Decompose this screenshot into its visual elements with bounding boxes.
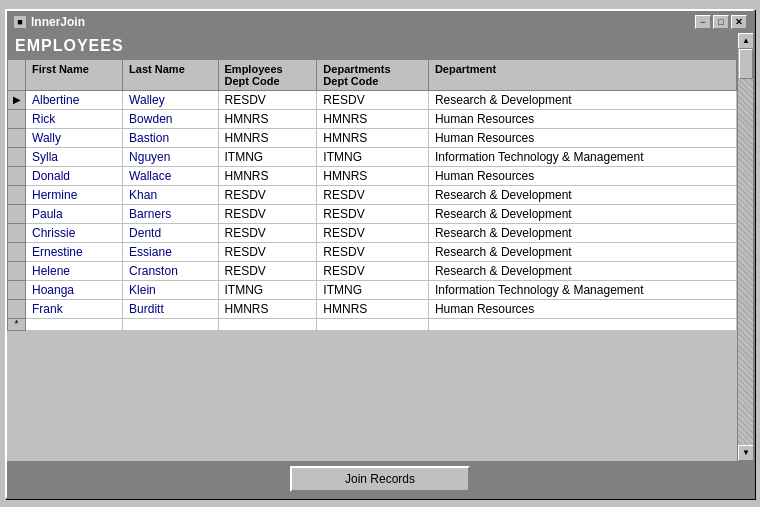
cell-first-name: Hoanga	[26, 280, 123, 299]
join-records-button[interactable]: Join Records	[290, 466, 470, 492]
cell-department: Research & Development	[428, 90, 736, 109]
row-selector-cell[interactable]	[8, 223, 26, 242]
cell-dep-dept-code: RESDV	[317, 223, 429, 242]
cell-dep-dept-code: RESDV	[317, 261, 429, 280]
cell-last-name: Bastion	[123, 128, 218, 147]
cell-emp-dept-code: RESDV	[218, 242, 317, 261]
scroll-up-button[interactable]: ▲	[738, 33, 753, 49]
row-selector-cell[interactable]	[8, 280, 26, 299]
cell-dep-dept-code: RESDV	[317, 90, 429, 109]
cell-emp-dept-code: HMNRS	[218, 299, 317, 318]
column-header-row: First Name Last Name EmployeesDept Code …	[8, 59, 737, 90]
minimize-button[interactable]: −	[695, 15, 711, 29]
cell-last-name: Klein	[123, 280, 218, 299]
cell-last-name: Nguyen	[123, 147, 218, 166]
cell-last-name: Burditt	[123, 299, 218, 318]
row-selector-cell[interactable]: ▶	[8, 90, 26, 109]
table-row[interactable]: HeleneCranstonRESDVRESDVResearch & Devel…	[8, 261, 737, 280]
table-row[interactable]: ▶AlbertineWalleyRESDVRESDVResearch & Dev…	[8, 90, 737, 109]
table-row[interactable]: DonaldWallaceHMNRSHMNRSHuman Resources	[8, 166, 737, 185]
cell-department: Research & Development	[428, 223, 736, 242]
bottom-bar: Join Records	[7, 461, 753, 497]
new-row-cell[interactable]	[317, 318, 429, 330]
table-row[interactable]: HermineKhanRESDVRESDVResearch & Developm…	[8, 185, 737, 204]
row-selector-cell[interactable]	[8, 242, 26, 261]
employees-table: First Name Last Name EmployeesDept Code …	[7, 59, 737, 331]
row-selector-cell[interactable]	[8, 109, 26, 128]
cell-first-name: Sylla	[26, 147, 123, 166]
cell-last-name: Khan	[123, 185, 218, 204]
scroll-thumb[interactable]	[739, 49, 753, 79]
cell-dep-dept-code: HMNRS	[317, 166, 429, 185]
table-row[interactable]: WallyBastionHMNRSHMNRSHuman Resources	[8, 128, 737, 147]
cell-last-name: Essiane	[123, 242, 218, 261]
cell-dep-dept-code: HMNRS	[317, 128, 429, 147]
col-header-first-name: First Name	[26, 59, 123, 90]
row-selector-cell[interactable]	[8, 147, 26, 166]
new-row-cell[interactable]	[26, 318, 123, 330]
cell-first-name: Helene	[26, 261, 123, 280]
title-bar: ■ InnerJoin − □ ✕	[7, 11, 753, 33]
cell-first-name: Chrissie	[26, 223, 123, 242]
title-bar-left: ■ InnerJoin	[13, 15, 85, 29]
table-row[interactable]: RickBowdenHMNRSHMNRSHuman Resources	[8, 109, 737, 128]
cell-dep-dept-code: RESDV	[317, 185, 429, 204]
cell-department: Research & Development	[428, 242, 736, 261]
row-selector-cell[interactable]	[8, 128, 26, 147]
window-title: InnerJoin	[31, 15, 85, 29]
cell-last-name: Walley	[123, 90, 218, 109]
cell-department: Human Resources	[428, 166, 736, 185]
cell-dep-dept-code: HMNRS	[317, 299, 429, 318]
cell-dep-dept-code: ITMNG	[317, 280, 429, 299]
cell-department: Research & Development	[428, 261, 736, 280]
scroll-down-button[interactable]: ▼	[738, 445, 753, 461]
table-row[interactable]: HoangaKleinITMNGITMNGInformation Technol…	[8, 280, 737, 299]
row-selector-cell[interactable]	[8, 299, 26, 318]
cell-department: Information Technology & Management	[428, 147, 736, 166]
cell-first-name: Rick	[26, 109, 123, 128]
cell-dep-dept-code: RESDV	[317, 242, 429, 261]
close-button[interactable]: ✕	[731, 15, 747, 29]
title-bar-buttons: − □ ✕	[695, 15, 747, 29]
scroll-track[interactable]	[738, 49, 753, 445]
cell-emp-dept-code: RESDV	[218, 185, 317, 204]
window-icon: ■	[13, 15, 27, 29]
cell-department: Human Resources	[428, 128, 736, 147]
col-header-emp-dept-code: EmployeesDept Code	[218, 59, 317, 90]
new-row-cell[interactable]	[428, 318, 736, 330]
row-selector-cell[interactable]	[8, 204, 26, 223]
vertical-scrollbar[interactable]: ▲ ▼	[737, 33, 753, 461]
table-row[interactable]: ErnestineEssianeRESDVRESDVResearch & Dev…	[8, 242, 737, 261]
cell-emp-dept-code: RESDV	[218, 261, 317, 280]
table-row[interactable]: ChrissieDentdRESDVRESDVResearch & Develo…	[8, 223, 737, 242]
new-row-cell[interactable]	[218, 318, 317, 330]
col-header-selector	[8, 59, 26, 90]
cell-emp-dept-code: RESDV	[218, 90, 317, 109]
content-area: Employees First Name Last Name Employees…	[7, 33, 753, 497]
row-selector-cell[interactable]	[8, 166, 26, 185]
maximize-button[interactable]: □	[713, 15, 729, 29]
main-window: ■ InnerJoin − □ ✕ Employees First Name	[5, 9, 755, 499]
table-scroll[interactable]: Employees First Name Last Name Employees…	[7, 33, 737, 461]
new-row[interactable]: *	[8, 318, 737, 330]
new-row-indicator: *	[8, 318, 26, 330]
table-row[interactable]: FrankBurdittHMNRSHMNRSHuman Resources	[8, 299, 737, 318]
row-selector-cell[interactable]	[8, 185, 26, 204]
col-header-department: Department	[428, 59, 736, 90]
cell-emp-dept-code: RESDV	[218, 223, 317, 242]
table-row[interactable]: SyllaNguyenITMNGITMNGInformation Technol…	[8, 147, 737, 166]
cell-department: Research & Development	[428, 185, 736, 204]
cell-first-name: Albertine	[26, 90, 123, 109]
cell-department: Research & Development	[428, 204, 736, 223]
cell-emp-dept-code: RESDV	[218, 204, 317, 223]
cell-emp-dept-code: HMNRS	[218, 128, 317, 147]
table-row[interactable]: PaulaBarnersRESDVRESDVResearch & Develop…	[8, 204, 737, 223]
row-selector-cell[interactable]	[8, 261, 26, 280]
cell-first-name: Wally	[26, 128, 123, 147]
cell-department: Human Resources	[428, 299, 736, 318]
new-row-cell[interactable]	[123, 318, 218, 330]
cell-last-name: Wallace	[123, 166, 218, 185]
col-header-dep-dept-code: DepartmentsDept Code	[317, 59, 429, 90]
cell-department: Human Resources	[428, 109, 736, 128]
cell-last-name: Dentd	[123, 223, 218, 242]
